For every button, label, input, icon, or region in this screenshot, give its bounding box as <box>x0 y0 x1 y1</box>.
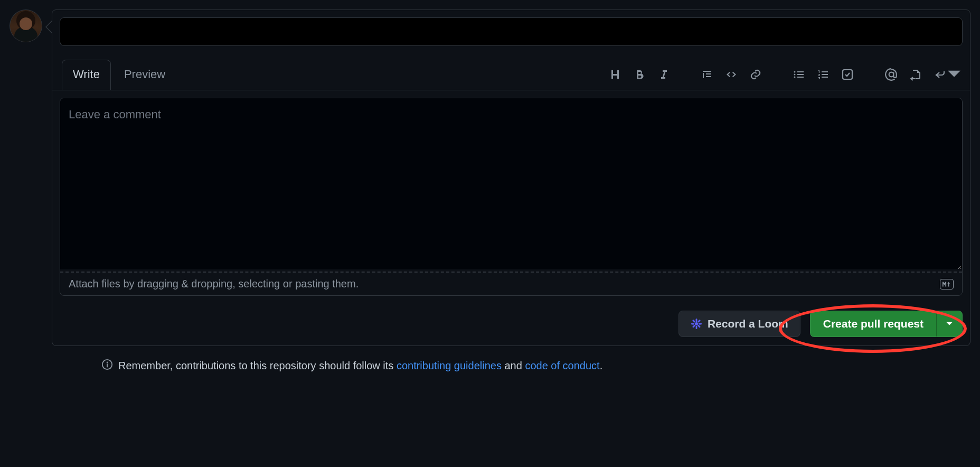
create-pr-label: Create pull request <box>823 317 924 330</box>
attach-files-text: Attach files by dragging & dropping, sel… <box>69 278 359 290</box>
attach-files-hint[interactable]: Attach files by dragging & dropping, sel… <box>60 273 962 295</box>
pr-title-input[interactable] <box>60 17 963 46</box>
record-loom-label: Record a Loom <box>708 317 788 330</box>
reply-icon[interactable] <box>934 68 960 81</box>
contributing-guidelines-link[interactable]: contributing guidelines <box>397 360 502 371</box>
svg-rect-6 <box>692 320 695 323</box>
svg-rect-3 <box>696 326 698 329</box>
footer-text-middle: and <box>502 360 525 371</box>
ordered-list-icon[interactable] <box>817 68 830 81</box>
create-pr-dropdown[interactable] <box>937 311 962 337</box>
tab-preview[interactable]: Preview <box>113 60 176 90</box>
svg-rect-8 <box>698 320 701 323</box>
code-of-conduct-link[interactable]: code of conduct <box>525 360 599 371</box>
task-list-icon[interactable] <box>841 68 854 81</box>
svg-rect-5 <box>699 323 702 325</box>
info-icon <box>101 359 113 373</box>
footer-text-suffix: . <box>600 360 603 371</box>
cross-reference-icon[interactable] <box>910 68 922 81</box>
comment-textarea[interactable] <box>60 98 962 269</box>
link-icon[interactable] <box>749 68 762 81</box>
svg-point-11 <box>107 362 108 363</box>
footer-text-prefix: Remember, contributions to this reposito… <box>118 360 397 371</box>
heading-icon[interactable] <box>609 68 621 81</box>
create-pr-split-button: Create pull request <box>810 311 963 337</box>
redacted-title-text <box>69 22 206 41</box>
svg-rect-2 <box>696 319 698 322</box>
svg-point-1 <box>695 322 698 325</box>
create-pr-button[interactable]: Create pull request <box>811 311 936 337</box>
mention-icon[interactable] <box>884 68 898 81</box>
code-icon[interactable] <box>725 68 738 81</box>
tab-write[interactable]: Write <box>62 60 111 90</box>
svg-rect-7 <box>698 324 701 328</box>
comment-form-card: Write Preview <box>52 10 970 346</box>
comment-box: Attach files by dragging & dropping, sel… <box>60 98 963 296</box>
unordered-list-icon[interactable] <box>793 68 805 81</box>
speech-pointer <box>45 21 52 33</box>
italic-icon[interactable] <box>657 68 670 81</box>
bold-icon[interactable] <box>633 68 646 81</box>
editor-tabs: Write Preview <box>62 60 176 90</box>
contribution-footer: Remember, contributions to this reposito… <box>101 359 970 373</box>
quote-icon[interactable] <box>701 68 713 81</box>
formatting-toolbar <box>609 63 963 90</box>
avatar[interactable] <box>10 10 42 42</box>
markdown-icon[interactable] <box>940 279 954 289</box>
record-loom-button[interactable]: Record a Loom <box>679 311 800 337</box>
svg-rect-4 <box>691 323 694 325</box>
svg-rect-9 <box>692 324 695 328</box>
